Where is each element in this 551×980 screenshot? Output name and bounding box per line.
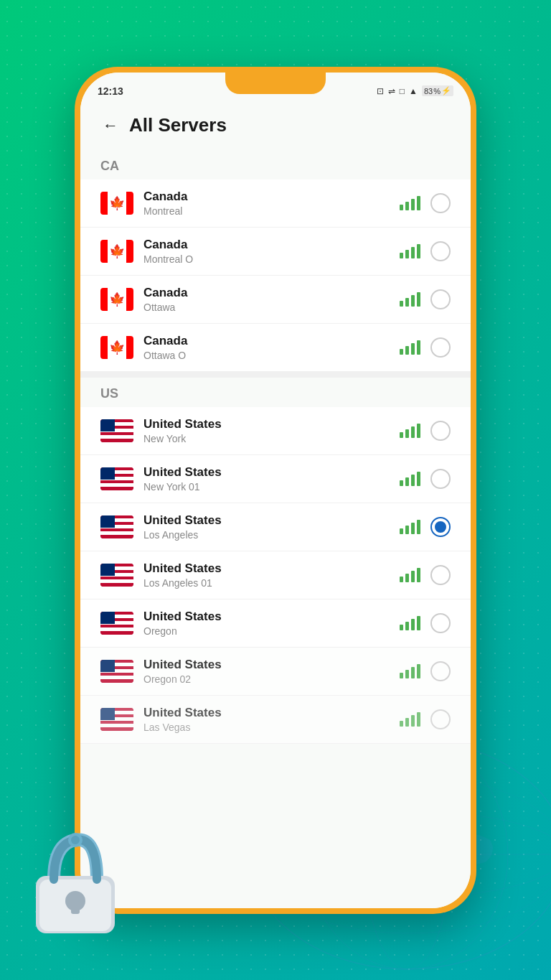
server-info-us-newyork-01: United States New York 01 [143, 465, 400, 493]
city-name: Montreal [143, 205, 400, 217]
country-name: United States [143, 610, 400, 624]
server-item-us-newyork[interactable]: United States New York [80, 407, 471, 455]
server-info-ca-montreal: Canada Montreal [143, 190, 400, 217]
server-item-us-newyork-01[interactable]: United States New York 01 [80, 455, 471, 503]
section-label-us: US [80, 378, 471, 407]
signal-bar-1 [400, 301, 403, 307]
server-item-us-losangeles[interactable]: United States Los Angeles [80, 503, 471, 551]
signal-bar-2 [405, 574, 409, 582]
signal-bars [400, 616, 420, 630]
signal-bar-1 [400, 625, 403, 630]
server-info-us-losangeles: United States Los Angeles [143, 513, 400, 541]
signal-bar-1 [400, 205, 403, 210]
server-info-ca-ottawa-o: Canada Ottawa O [143, 334, 400, 361]
us-canton [100, 467, 115, 480]
server-item-ca-ottawa[interactable]: 🍁 Canada Ottawa [80, 276, 471, 324]
city-name: Las Vegas [143, 722, 400, 733]
server-item-us-lasvegas[interactable]: United States Las Vegas [80, 696, 471, 744]
signal-bar-1 [400, 721, 403, 727]
signal-bar-4 [417, 196, 420, 210]
radio-button[interactable] [430, 337, 451, 358]
server-item-us-oregon[interactable]: United States Oregon [80, 599, 471, 648]
signal-bar-3 [411, 619, 415, 630]
signal-bars [400, 424, 420, 438]
server-item-ca-montreal-o[interactable]: 🍁 Canada Montreal O [80, 228, 471, 276]
signal-bar-3 [411, 475, 415, 486]
page-title: All Servers [129, 114, 227, 136]
svg-rect-9 [71, 901, 80, 914]
signal-bar-3 [411, 426, 415, 438]
radio-button[interactable] [430, 469, 451, 489]
signal-bar-2 [405, 298, 409, 307]
radio-button[interactable] [430, 241, 451, 261]
signal-bars [400, 472, 420, 486]
server-info-us-newyork: United States New York [143, 417, 400, 444]
signal-bar-2 [405, 526, 409, 534]
signal-bar-3 [411, 667, 415, 678]
screen-icon: ⊡ [377, 86, 384, 96]
phone-frame: 12:13 ⊡ ⇌ □ ▲ 83% ⚡ ← All Servers CA [75, 67, 476, 914]
city-name: Oregon [143, 625, 400, 637]
radio-button[interactable] [430, 289, 451, 309]
radio-button-selected[interactable] [430, 517, 451, 537]
battery-indicator: 83% ⚡ [422, 85, 453, 96]
server-item-us-losangeles-01[interactable]: United States Los Angeles 01 [80, 551, 471, 599]
signal-bars [400, 196, 420, 210]
signal-bars [400, 664, 420, 678]
city-name: New York 01 [143, 481, 400, 493]
signal-bars [400, 568, 420, 582]
phone-notch [225, 73, 326, 94]
city-name: Oregon 02 [143, 673, 400, 685]
signal-bar-3 [411, 523, 415, 534]
signal-bar-3 [411, 715, 415, 727]
signal-bar-2 [405, 670, 409, 678]
signal-bar-1 [400, 432, 403, 438]
us-canton [100, 660, 115, 672]
signal-bar-3 [411, 199, 415, 210]
flag-us-newyork [100, 419, 133, 442]
signal-bar-1 [400, 673, 403, 678]
country-name: Canada [143, 238, 400, 252]
signal-bar-1 [400, 528, 403, 534]
country-name: United States [143, 465, 400, 480]
signal-bar-1 [400, 253, 403, 258]
maple-leaf-icon: 🍁 [109, 291, 125, 307]
flag-us-oregon [100, 612, 133, 635]
signal-bar-2 [405, 346, 409, 355]
signal-bar-1 [400, 349, 403, 355]
signal-bar-2 [405, 250, 409, 258]
flag-us-losangeles [100, 515, 133, 538]
server-list[interactable]: CA 🍁 Canada Montreal [80, 150, 471, 908]
phone-screen: 12:13 ⊡ ⇌ □ ▲ 83% ⚡ ← All Servers CA [80, 73, 471, 908]
radio-button[interactable] [430, 661, 451, 681]
flag-us-lasvegas [100, 708, 133, 731]
signal-bar-4 [417, 424, 420, 438]
server-item-ca-montreal[interactable]: 🍁 Canada Montreal [80, 179, 471, 228]
wifi-icon: ▲ [409, 86, 418, 96]
status-icons: ⊡ ⇌ □ ▲ 83% ⚡ [377, 85, 453, 96]
signal-bar-2 [405, 429, 409, 438]
back-button[interactable]: ← [98, 113, 123, 139]
server-item-us-oregon-02[interactable]: United States Oregon 02 [80, 648, 471, 696]
country-name: United States [143, 561, 400, 576]
city-name: Ottawa [143, 302, 400, 313]
country-name: Canada [143, 286, 400, 300]
signal-bar-2 [405, 477, 409, 486]
server-item-ca-ottawa-o[interactable]: 🍁 Canada Ottawa O [80, 324, 471, 372]
section-divider [80, 372, 471, 378]
signal-bar-2 [405, 202, 409, 210]
maple-leaf-icon: 🍁 [109, 195, 125, 211]
radio-button[interactable] [430, 421, 451, 441]
signal-bar-4 [417, 472, 420, 486]
radio-inner-dot [435, 521, 446, 533]
flag-us-losangeles-01 [100, 564, 133, 587]
radio-button[interactable] [430, 709, 451, 729]
us-canton [100, 612, 115, 624]
city-name: Ottawa O [143, 350, 400, 361]
radio-button[interactable] [430, 193, 451, 213]
radio-button[interactable] [430, 613, 451, 633]
usb-icon: ⇌ [388, 86, 395, 96]
radio-button[interactable] [430, 565, 451, 585]
signal-bar-4 [417, 616, 420, 630]
country-name: United States [143, 706, 400, 720]
